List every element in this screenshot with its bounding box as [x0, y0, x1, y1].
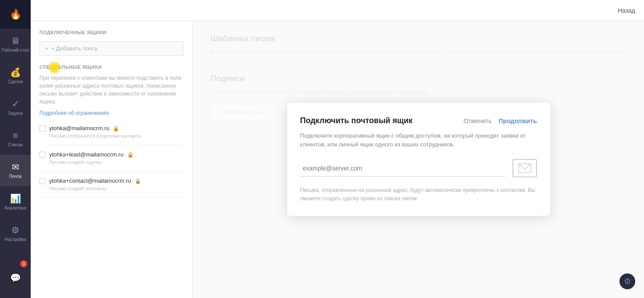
add-email-label: + Добавить почту: [51, 45, 98, 52]
add-email-button[interactable]: + + Добавить почту: [39, 41, 184, 56]
email-address-2: ytohka+contact@mailamocrm.ru: [49, 177, 131, 184]
sidebar-item-chat[interactable]: 💬 3: [0, 262, 31, 294]
email-address-0: ytohka@mailamocrm.ru: [49, 125, 109, 131]
analytics-icon: 📊: [10, 193, 21, 204]
sidebar-item-deals[interactable]: 💰 Сделки: [0, 60, 31, 92]
connect-mailbox-modal: Подключить почтовый ящик Отменить Продол…: [287, 103, 550, 216]
email-desc-2: Письмо создаёт контакты: [39, 186, 184, 191]
tasks-icon: ✓: [12, 99, 19, 109]
connected-section-title: ПОДКЛЮЧЕННЫЕ ЯЩИКИ: [39, 30, 184, 35]
email-desc-0: Письмо отобразится в карточке контакта: [39, 133, 184, 138]
sidebar: 🔥 🖥 Рабочий стол 💰 Сделки ✓ Задачи ≡ Спи…: [0, 0, 31, 298]
email-input[interactable]: [300, 160, 505, 176]
sidebar-bottom: 💬 3: [0, 262, 31, 298]
email-item-1: ytohka+lead@mailamocrm.ru 🔒 Письмо созда…: [39, 151, 184, 171]
email-item-header-2: ytohka+contact@mailamocrm.ru 🔒: [39, 177, 184, 184]
lock-icon-0: 🔒: [113, 125, 119, 131]
lock-icon-2: 🔒: [135, 178, 141, 184]
email-item-header-0: ytohka@mailamocrm.ru 🔒: [39, 125, 184, 131]
modal-note: Письма, отправленные на указанный адрес,…: [300, 186, 537, 203]
main-content: Назад ПОДКЛЮЧЕННЫЕ ЯЩИКИ + + Добавить по…: [31, 0, 644, 298]
email-item-0: ytohka@mailamocrm.ru 🔒 Письмо отобразитс…: [39, 125, 184, 145]
sidebar-label-deals: Сделки: [8, 79, 23, 85]
special-section-title: СПЕЦИАЛЬНЫЕ ЯЩИКИ: [39, 64, 184, 70]
modal-title: Подключить почтовый ящик: [300, 116, 413, 125]
modal-cancel-button[interactable]: Отменить: [464, 117, 492, 124]
email-address-1: ytohka+lead@mailamocrm.ru: [49, 151, 124, 158]
sidebar-label-mail: Почта: [9, 174, 21, 179]
modal-actions: Отменить Продолжить: [464, 117, 537, 124]
left-panel: ПОДКЛЮЧЕННЫЕ ЯЩИКИ + + Добавить почту СП…: [31, 21, 193, 298]
sidebar-item-analytics[interactable]: 📊 Аналитика: [0, 186, 31, 218]
sidebar-chat-wrap: 💬 3: [0, 262, 31, 294]
notification-badge: 3: [20, 260, 27, 267]
back-button[interactable]: Назад: [618, 7, 635, 14]
sidebar-item-desktop[interactable]: 🖥 Рабочий стол: [0, 28, 31, 60]
modal-confirm-button[interactable]: Продолжить: [499, 117, 537, 124]
modal-header: Подключить почтовый ящик Отменить Продол…: [300, 116, 537, 125]
mail-envelope-icon: [512, 159, 537, 177]
right-panel: Шаблоны писем Вы можете заранее создават…: [193, 21, 644, 298]
plus-icon: +: [45, 45, 49, 52]
email-checkbox-1[interactable]: [39, 152, 46, 158]
sidebar-item-settings[interactable]: ⚙ Настройки: [0, 218, 31, 249]
sidebar-item-lists[interactable]: ≡ Списки: [0, 123, 31, 155]
email-item-header-1: ytohka+lead@mailamocrm.ru 🔒: [39, 151, 184, 158]
gear-icon: ⚙: [624, 277, 631, 286]
email-item-2: ytohka+contact@mailamocrm.ru 🔒 Письмо со…: [39, 177, 184, 198]
sidebar-label-settings: Настройки: [4, 237, 26, 242]
mail-icon: ✉: [12, 162, 19, 172]
chat-icon: 💬: [10, 273, 21, 283]
email-desc-1: Письмо создаёт сделку: [39, 160, 184, 165]
lock-icon-1: 🔒: [127, 152, 134, 158]
lists-icon: ≡: [13, 131, 18, 141]
desktop-icon: 🖥: [11, 36, 20, 46]
settings-gear-button[interactable]: ⚙: [619, 273, 635, 289]
email-checkbox-2[interactable]: [39, 178, 46, 184]
sidebar-logo: 🔥: [0, 0, 31, 28]
sidebar-item-tasks[interactable]: ✓ Задачи: [0, 92, 31, 123]
sidebar-label-tasks: Задачи: [8, 111, 23, 116]
deals-icon: 💰: [10, 67, 21, 78]
settings-icon: ⚙: [11, 225, 19, 235]
special-link[interactable]: Подробнее об ограничениях: [39, 110, 184, 116]
email-checkbox-0[interactable]: [39, 125, 46, 131]
logo-icon: 🔥: [10, 9, 21, 20]
modal-input-row: [300, 159, 537, 177]
special-desc: При переписке с клиентами вы можете подс…: [39, 74, 184, 106]
modal-subtitle: Подключите корпоративный ящик с общим до…: [300, 131, 537, 149]
sidebar-label-analytics: Аналитика: [4, 206, 26, 211]
page-body: ПОДКЛЮЧЕННЫЕ ЯЩИКИ + + Добавить почту СП…: [31, 21, 644, 298]
sidebar-label-lists: Списки: [8, 142, 22, 148]
sidebar-label-desktop: Рабочий стол: [2, 48, 29, 53]
top-bar: Назад: [31, 0, 644, 21]
sidebar-item-mail[interactable]: ✉ Почта: [0, 155, 31, 186]
